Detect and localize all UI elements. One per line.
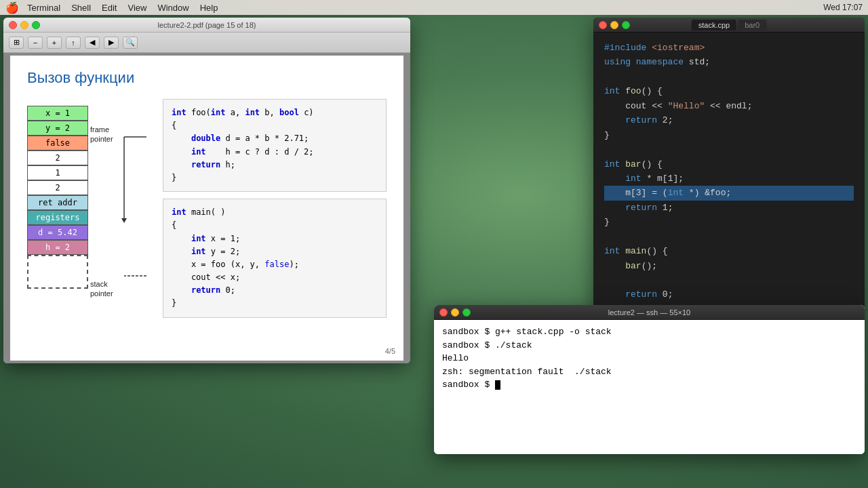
- code-editor-line-2: using namespace std;: [604, 55, 854, 69]
- stack-cell-6: ret addr: [27, 195, 88, 210]
- slide-title: Вызов функции: [27, 69, 387, 87]
- code-editor-titlebar: stack.cpp bar0: [593, 18, 865, 33]
- pdf-zoom-out[interactable]: −: [28, 37, 43, 49]
- code-tabs: stack.cpp bar0: [692, 20, 767, 30]
- code-editor-line-4: cout << "Hello" << endl;: [604, 99, 854, 113]
- code-main-box: int main( ) { int x = 1; int y = 2; x = …: [163, 199, 387, 318]
- pdf-search[interactable]: 🔍: [123, 37, 138, 49]
- code-editor-line-13: bar();: [604, 259, 854, 273]
- code-editor-line-blank-3: [604, 230, 854, 244]
- code-editor-line-blank-4: [604, 273, 854, 287]
- terminal-minimize-button[interactable]: [451, 308, 459, 317]
- code-area: int foo(int a, int b, bool c) { double d…: [163, 99, 387, 325]
- menubar: 🍎 Terminal Shell Edit View Window Help W…: [0, 0, 868, 15]
- pdf-content: Вызов функции x = 1 y = 2 false 2 1 2 re…: [3, 53, 410, 363]
- terminal-line-4: zsh: segmentation fault ./stack: [442, 365, 856, 379]
- tab-stack-cpp[interactable]: stack.cpp: [692, 20, 736, 30]
- stack-cell-8: d = 5.42: [27, 225, 88, 240]
- code-line-1: int foo(int a, int b, bool c): [172, 106, 378, 119]
- pdf-body: x = 1 y = 2 false 2 1 2 ret addr registe…: [27, 99, 387, 325]
- terminal-content[interactable]: sandbox $ g++ stack.cpp -o stack sandbox…: [434, 320, 865, 454]
- pdf-toolbar: ⊞ − + ↑ ◀ ▶ 🔍: [3, 33, 410, 53]
- terminal-titlebar: lecture2 — ssh — 55×10: [434, 305, 865, 320]
- pdf-titlebar: lecture2-2.pdf (page 15 of 18): [3, 18, 410, 33]
- terminal-traffic-lights: [439, 308, 471, 317]
- stack-cell-1: y = 2: [27, 121, 88, 136]
- code-minimize-button[interactable]: [610, 21, 618, 29]
- pdf-window-title: lecture2-2.pdf (page 15 of 18): [158, 21, 256, 29]
- terminal-window: lecture2 — ssh — 55×10 sandbox $ g++ sta…: [434, 305, 865, 454]
- stack-pointer-label: stackpointer: [90, 279, 113, 299]
- code-editor-line-3: int foo() {: [604, 84, 854, 98]
- datetime-display: Wed 17:07: [823, 3, 863, 12]
- code-editor-line-blank-1: [604, 70, 854, 84]
- code-main-1: int main( ): [172, 206, 378, 219]
- stack-cell-9: h = 2: [27, 240, 88, 255]
- code-editor-line-9-highlight: m[3] = (int *) &foo;: [604, 186, 854, 200]
- terminal-close-button[interactable]: [439, 308, 448, 317]
- stack-cell-dashed: [27, 255, 88, 289]
- stack-cell-0: x = 1: [27, 106, 88, 121]
- code-main-6: cout << x;: [172, 271, 378, 284]
- terminal-line-2: sandbox $ ./stack: [442, 339, 856, 352]
- frame-pointer-label: framepointer: [90, 125, 113, 144]
- stack-cell-4: 1: [27, 165, 88, 180]
- code-main-7: return 0;: [172, 284, 378, 297]
- code-line-5: return h;: [172, 159, 378, 171]
- menu-edit[interactable]: Edit: [102, 3, 117, 13]
- pdf-btn-1[interactable]: ⊞: [9, 37, 24, 49]
- menu-help[interactable]: Help: [200, 3, 218, 13]
- pdf-next[interactable]: ▶: [104, 37, 119, 49]
- code-line-2: {: [172, 119, 378, 132]
- code-func-box: int foo(int a, int b, bool c) { double d…: [163, 99, 387, 192]
- code-editor-window: stack.cpp bar0 #include <iostream> using…: [593, 18, 865, 309]
- menu-shell[interactable]: Shell: [71, 3, 91, 13]
- terminal-line-5: sandbox $: [442, 378, 856, 392]
- menu-view[interactable]: View: [127, 3, 146, 13]
- menu-window[interactable]: Window: [157, 3, 189, 13]
- zoom-button[interactable]: [32, 21, 40, 29]
- menubar-right: Wed 17:07: [823, 3, 863, 12]
- apple-menu[interactable]: 🍎: [5, 1, 19, 14]
- stack-diagram: x = 1 y = 2 false 2 1 2 ret addr registe…: [27, 99, 149, 325]
- code-editor-line-14: return 0;: [604, 287, 854, 302]
- stack-cells: x = 1 y = 2 false 2 1 2 ret addr registe…: [27, 106, 149, 289]
- terminal-line-3: Hello: [442, 352, 856, 365]
- code-editor-line-1: #include <iostream>: [604, 41, 854, 55]
- pdf-zoom-in[interactable]: +: [47, 37, 62, 49]
- close-button[interactable]: [9, 21, 17, 29]
- code-traffic-lights: [599, 21, 630, 29]
- menu-terminal[interactable]: Terminal: [27, 3, 60, 13]
- code-zoom-button[interactable]: [622, 21, 630, 29]
- code-editor-content: #include <iostream> using namespace std;…: [593, 33, 865, 309]
- code-main-4: int y = 2;: [172, 245, 378, 258]
- terminal-cursor: [495, 380, 500, 390]
- stack-cell-2: false: [27, 136, 88, 150]
- terminal-zoom-button[interactable]: [462, 308, 471, 317]
- code-main-5: x = foo (x, y, false);: [172, 258, 378, 271]
- code-editor-line-6: }: [604, 128, 854, 142]
- code-main-3: int x = 1;: [172, 232, 378, 245]
- code-close-button[interactable]: [599, 21, 607, 29]
- stack-cell-3: 2: [27, 150, 88, 165]
- code-main-8: }: [172, 297, 378, 310]
- code-editor-line-11: }: [604, 215, 854, 229]
- code-editor-line-5: return 2;: [604, 113, 854, 127]
- pdf-share[interactable]: ↑: [66, 37, 81, 49]
- pdf-prev[interactable]: ◀: [85, 37, 100, 49]
- stack-cell-7: registers: [27, 210, 88, 225]
- code-line-3: double d = a * b * 2.71;: [172, 132, 378, 145]
- code-editor-line-blank-2: [604, 142, 854, 157]
- menubar-items: Terminal Shell Edit View Window Help: [27, 3, 218, 13]
- pdf-window: lecture2-2.pdf (page 15 of 18) ⊞ − + ↑ ◀…: [3, 18, 410, 363]
- code-editor-line-8: int * m[1];: [604, 171, 854, 186]
- terminal-title: lecture2 — ssh — 55×10: [608, 308, 690, 317]
- pdf-page: Вызов функции x = 1 y = 2 false 2 1 2 re…: [10, 56, 403, 361]
- code-editor-line-7: int bar() {: [604, 157, 854, 171]
- minimize-button[interactable]: [20, 21, 28, 29]
- terminal-line-1: sandbox $ g++ stack.cpp -o stack: [442, 325, 856, 339]
- tab-bar0[interactable]: bar0: [738, 20, 766, 30]
- code-line-4: int h = c ? d : d / 2;: [172, 146, 378, 159]
- code-line-6: }: [172, 171, 378, 184]
- page-number: 4/5: [385, 347, 395, 355]
